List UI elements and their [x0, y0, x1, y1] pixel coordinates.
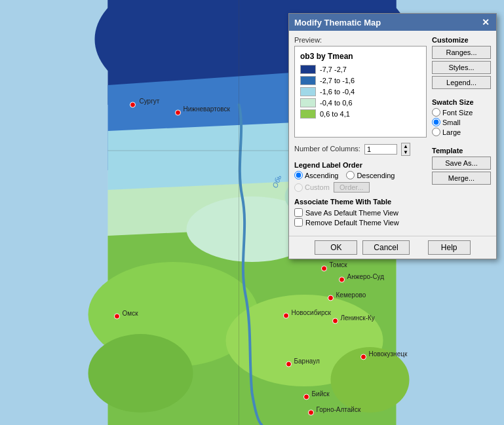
template-section: Template Save As... Merge...	[432, 147, 491, 185]
custom-label: Custom	[305, 183, 330, 191]
dialog-titlebar: Modify Thematic Map ✕	[289, 14, 496, 31]
order-button[interactable]: Order...	[334, 182, 370, 193]
associate-section: Associate Theme With Table Save As Defau…	[294, 198, 427, 227]
ok-button[interactable]: OK	[315, 240, 357, 255]
svg-point-36	[309, 410, 314, 415]
svg-point-10	[88, 334, 193, 413]
custom-order-row: Custom Order...	[294, 182, 427, 193]
num-columns-label: Number of Columns:	[294, 145, 360, 153]
legend-swatch	[300, 76, 316, 85]
svg-point-34	[304, 394, 309, 399]
font-size-radio[interactable]	[432, 108, 440, 117]
preview-title: ob3 by Tmean	[300, 52, 421, 61]
close-button[interactable]: ✕	[480, 17, 491, 28]
font-size-label: Font Size	[442, 109, 473, 117]
descending-radio[interactable]	[346, 171, 355, 179]
legend-order-radio-row: Ascending Descending	[294, 171, 427, 179]
svg-text:Кемерово: Кемерово	[336, 291, 366, 299]
large-label: Large	[442, 128, 461, 136]
svg-text:Бийск: Бийск	[312, 390, 330, 397]
svg-point-16	[130, 102, 136, 107]
template-label: Template	[432, 147, 491, 155]
legend-range-label: -7,7 -2,7	[320, 65, 347, 73]
svg-text:Нижневартовск: Нижневартовск	[184, 105, 231, 113]
descending-radio-item[interactable]: Descending	[346, 171, 395, 179]
legend-range-label: -2,7 to -1,6	[320, 77, 355, 84]
svg-point-28	[333, 318, 338, 323]
ascending-radio[interactable]	[294, 171, 303, 179]
ranges-button[interactable]: Ranges...	[432, 46, 491, 59]
small-radio-item[interactable]: Small	[432, 118, 491, 126]
styles-button[interactable]: Styles...	[432, 61, 491, 74]
legend-row: -2,7 to -1,6	[300, 76, 421, 85]
legend-range-label: -0,4 to 0,6	[320, 99, 353, 107]
svg-point-22	[339, 277, 345, 282]
save-default-row: Save As Default Theme View	[294, 208, 427, 217]
swatch-size-section: Swatch Size Font Size Small Large	[432, 98, 491, 138]
descending-label: Descending	[357, 172, 395, 179]
legend-range-label: -1,6 to -0,4	[320, 88, 355, 96]
right-panel: Customize Ranges... Styles... Legend... …	[432, 36, 491, 231]
custom-radio[interactable]	[294, 183, 303, 192]
svg-text:Горно-Алтайск: Горно-Алтайск	[317, 406, 361, 413]
dialog-body: Preview: ob3 by Tmean -7,7 -2,7-2,7 to -…	[289, 31, 496, 236]
save-default-label: Save As Default Theme View	[305, 209, 398, 217]
remove-default-row: Remove Default Theme View	[294, 218, 427, 227]
svg-text:Новосибирск: Новосибирск	[292, 309, 332, 316]
dialog-title: Modify Thematic Map	[294, 18, 381, 28]
num-columns-row: Number of Columns: ▲ ▼	[294, 143, 427, 156]
preview-box: ob3 by Tmean -7,7 -2,7-2,7 to -1,6-1,6 t…	[294, 46, 427, 138]
svg-point-38	[361, 354, 366, 360]
legend-button[interactable]: Legend...	[432, 76, 491, 89]
legend-swatch	[300, 109, 316, 119]
legend-swatch	[300, 98, 316, 107]
bottom-buttons: OK Cancel Help	[289, 236, 496, 259]
ascending-label: Ascending	[305, 172, 338, 179]
svg-text:Барнаул: Барнаул	[294, 358, 320, 365]
spinner-down[interactable]: ▼	[402, 149, 410, 155]
ascending-radio-item[interactable]: Ascending	[294, 171, 338, 179]
help-button[interactable]: Help	[428, 240, 471, 255]
svg-text:Анжеро-Суд: Анжеро-Суд	[347, 273, 385, 280]
svg-point-18	[176, 110, 181, 115]
large-radio-item[interactable]: Large	[432, 128, 491, 136]
num-columns-spinner[interactable]: ▲ ▼	[401, 143, 410, 156]
save-as-button[interactable]: Save As...	[432, 157, 491, 170]
legend-rows: -7,7 -2,7-2,7 to -1,6-1,6 to -0,4-0,4 to…	[300, 65, 421, 119]
remove-default-checkbox[interactable]	[294, 218, 303, 227]
spinner-up[interactable]: ▲	[402, 143, 410, 149]
modify-thematic-map-dialog: Modify Thematic Map ✕ Preview: ob3 by Tm…	[288, 13, 497, 259]
legend-row: 0,6 to 4,1	[300, 109, 421, 119]
font-size-radio-item[interactable]: Font Size	[432, 108, 491, 117]
large-radio[interactable]	[432, 128, 440, 136]
svg-text:Омск: Омск	[123, 310, 139, 317]
svg-point-20	[322, 266, 327, 271]
small-radio[interactable]	[432, 118, 440, 126]
legend-row: -7,7 -2,7	[300, 65, 421, 74]
legend-swatch	[300, 65, 316, 74]
svg-point-24	[328, 295, 334, 301]
save-default-checkbox[interactable]	[294, 208, 303, 217]
svg-text:Томск: Томск	[330, 261, 348, 268]
num-columns-input[interactable]	[364, 144, 397, 155]
customize-label: Customize	[432, 36, 491, 44]
svg-text:Новокузнецк: Новокузнецк	[369, 350, 408, 358]
legend-row: -0,4 to 0,6	[300, 98, 421, 107]
preview-label: Preview:	[294, 36, 427, 44]
cancel-button[interactable]: Cancel	[362, 240, 409, 255]
small-label: Small	[442, 119, 461, 126]
remove-default-label: Remove Default Theme View	[305, 219, 399, 227]
svg-point-26	[284, 313, 289, 318]
associate-title: Associate Theme With Table	[294, 198, 427, 206]
swatch-size-label: Swatch Size	[432, 98, 491, 106]
legend-order-label: Legend Label Order	[294, 161, 427, 169]
svg-point-32	[286, 361, 292, 367]
customize-group: Customize Ranges... Styles... Legend...	[432, 36, 491, 89]
legend-order-section: Legend Label Order Ascending Descending …	[294, 161, 427, 193]
custom-radio-item[interactable]: Custom	[294, 183, 330, 192]
legend-range-label: 0,6 to 4,1	[320, 110, 350, 118]
left-panel: Preview: ob3 by Tmean -7,7 -2,7-2,7 to -…	[294, 36, 427, 231]
svg-text:Сургут: Сургут	[140, 98, 160, 105]
legend-swatch	[300, 87, 316, 96]
merge-button[interactable]: Merge...	[432, 172, 491, 185]
